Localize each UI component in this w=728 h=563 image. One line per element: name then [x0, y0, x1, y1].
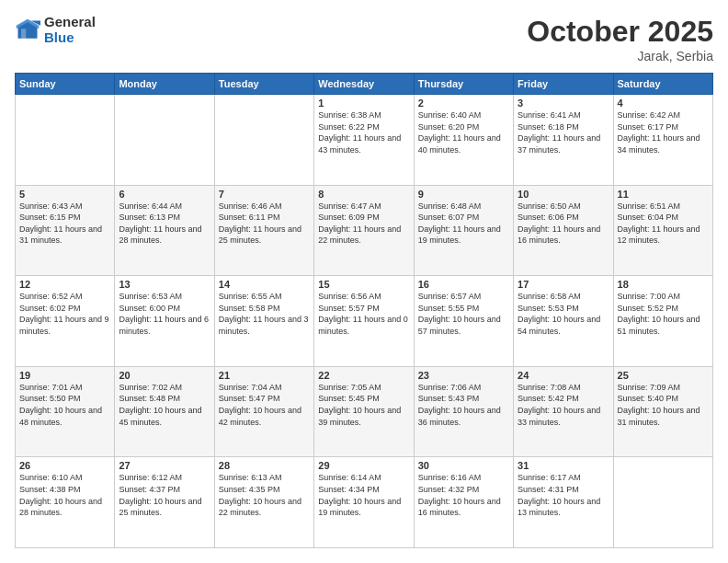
calendar-header: Sunday Monday Tuesday Wednesday Thursday… [16, 74, 713, 95]
sunrise-text: Sunrise: 6:57 AM [418, 292, 482, 301]
logo-blue: Blue [44, 30, 96, 46]
day-cell-0-2 [214, 95, 313, 186]
friday-header: Friday [514, 74, 613, 95]
sunday-header: Sunday [16, 74, 115, 95]
day-number: 25 [618, 370, 709, 381]
day-cell-3-6: 25 Sunrise: 7:09 AM Sunset: 5:40 PM Dayl… [613, 366, 712, 457]
day-number: 29 [318, 460, 409, 471]
sunrise-text: Sunrise: 6:12 AM [119, 473, 182, 482]
sunrise-text: Sunrise: 6:43 AM [19, 201, 83, 211]
day-number: 17 [518, 279, 609, 290]
daylight-text: Daylight: 10 hours and 33 minutes. [518, 406, 600, 427]
day-info: Sunrise: 6:14 AM Sunset: 4:34 PM Dayligh… [318, 472, 409, 518]
day-cell-4-5: 31 Sunrise: 6:17 AM Sunset: 4:31 PM Dayl… [514, 457, 613, 548]
sunrise-text: Sunrise: 7:04 AM [219, 383, 282, 392]
day-number: 28 [219, 460, 310, 471]
daylight-text: Daylight: 10 hours and 31 minutes. [618, 406, 700, 427]
day-number: 13 [119, 279, 210, 290]
day-number: 18 [618, 279, 709, 290]
day-cell-2-3: 15 Sunrise: 6:56 AM Sunset: 5:57 PM Dayl… [314, 276, 414, 367]
day-number: 6 [119, 189, 210, 200]
day-cell-4-6 [613, 457, 712, 548]
sunset-text: Sunset: 6:02 PM [19, 304, 81, 313]
day-number: 30 [418, 460, 509, 471]
day-cell-3-1: 20 Sunrise: 7:02 AM Sunset: 5:48 PM Dayl… [115, 366, 214, 457]
sunset-text: Sunset: 6:20 PM [418, 122, 480, 132]
day-number: 19 [19, 370, 110, 381]
sunset-text: Sunset: 5:55 PM [418, 304, 480, 313]
daylight-text: Daylight: 10 hours and 57 minutes. [418, 315, 501, 336]
day-cell-0-1 [115, 95, 214, 186]
sunset-text: Sunset: 6:00 PM [119, 304, 180, 313]
day-cell-2-0: 12 Sunrise: 6:52 AM Sunset: 6:02 PM Dayl… [16, 276, 115, 367]
title-block: October 2025 Jarak, Serbia [527, 15, 713, 63]
svg-rect-2 [21, 29, 26, 39]
logo-icon [15, 17, 40, 43]
week-row-2: 12 Sunrise: 6:52 AM Sunset: 6:02 PM Dayl… [16, 276, 713, 367]
day-info: Sunrise: 7:09 AM Sunset: 5:40 PM Dayligh… [618, 382, 709, 428]
daylight-text: Daylight: 11 hours and 19 minutes. [418, 224, 501, 246]
header: General Blue October 2025 Jarak, Serbia [15, 15, 713, 63]
daylight-text: Daylight: 10 hours and 42 minutes. [219, 406, 301, 427]
day-number: 23 [418, 370, 509, 381]
sunrise-text: Sunrise: 7:02 AM [119, 383, 182, 392]
daylight-text: Daylight: 11 hours and 34 minutes. [618, 133, 700, 155]
day-cell-1-3: 8 Sunrise: 6:47 AM Sunset: 6:09 PM Dayli… [314, 185, 414, 276]
sunrise-text: Sunrise: 7:06 AM [418, 383, 482, 392]
sunset-text: Sunset: 5:45 PM [318, 394, 380, 403]
sunrise-text: Sunrise: 6:52 AM [19, 292, 83, 301]
sunrise-text: Sunrise: 7:01 AM [19, 383, 83, 392]
day-info: Sunrise: 6:40 AM Sunset: 6:20 PM Dayligh… [418, 109, 509, 155]
sunrise-text: Sunrise: 6:40 AM [418, 110, 482, 120]
sunset-text: Sunset: 4:31 PM [518, 485, 579, 494]
day-number: 4 [618, 98, 709, 109]
sunrise-text: Sunrise: 6:44 AM [119, 201, 182, 211]
sunrise-text: Sunrise: 6:55 AM [219, 292, 282, 301]
sunset-text: Sunset: 6:15 PM [19, 213, 81, 222]
daylight-text: Daylight: 10 hours and 19 minutes. [318, 497, 401, 518]
sunrise-text: Sunrise: 6:41 AM [518, 110, 581, 120]
day-cell-0-0 [16, 95, 115, 186]
logo: General Blue [15, 15, 96, 45]
day-number: 11 [618, 189, 709, 200]
sunset-text: Sunset: 4:37 PM [119, 485, 180, 494]
sunrise-text: Sunrise: 6:56 AM [318, 292, 381, 301]
sunset-text: Sunset: 4:34 PM [318, 485, 380, 494]
day-cell-0-6: 4 Sunrise: 6:42 AM Sunset: 6:17 PM Dayli… [613, 95, 712, 186]
day-cell-1-1: 6 Sunrise: 6:44 AM Sunset: 6:13 PM Dayli… [115, 185, 214, 276]
sunrise-text: Sunrise: 6:38 AM [318, 110, 381, 120]
day-number: 21 [219, 370, 310, 381]
day-info: Sunrise: 6:48 AM Sunset: 6:07 PM Dayligh… [418, 201, 509, 247]
sunset-text: Sunset: 6:13 PM [119, 213, 180, 222]
day-cell-1-6: 11 Sunrise: 6:51 AM Sunset: 6:04 PM Dayl… [613, 185, 712, 276]
day-number: 9 [418, 189, 509, 200]
daylight-text: Daylight: 11 hours and 28 minutes. [119, 224, 201, 246]
calendar-body: 1 Sunrise: 6:38 AM Sunset: 6:22 PM Dayli… [16, 95, 713, 548]
day-number: 8 [318, 189, 409, 200]
daylight-text: Daylight: 10 hours and 36 minutes. [418, 406, 501, 427]
sunset-text: Sunset: 6:17 PM [618, 122, 679, 132]
daylight-text: Daylight: 10 hours and 54 minutes. [518, 315, 600, 336]
day-cell-4-4: 30 Sunrise: 6:16 AM Sunset: 4:32 PM Dayl… [414, 457, 513, 548]
sunrise-text: Sunrise: 7:09 AM [618, 383, 681, 392]
day-cell-4-0: 26 Sunrise: 6:10 AM Sunset: 4:38 PM Dayl… [16, 457, 115, 548]
day-info: Sunrise: 6:55 AM Sunset: 5:58 PM Dayligh… [219, 291, 310, 337]
sunset-text: Sunset: 5:42 PM [518, 394, 579, 403]
daylight-text: Daylight: 11 hours and 0 minutes. [318, 315, 408, 336]
sunrise-text: Sunrise: 6:10 AM [19, 473, 83, 482]
daylight-text: Daylight: 11 hours and 43 minutes. [318, 133, 401, 155]
sunset-text: Sunset: 6:06 PM [518, 213, 579, 222]
day-number: 27 [119, 460, 210, 471]
day-cell-1-0: 5 Sunrise: 6:43 AM Sunset: 6:15 PM Dayli… [16, 185, 115, 276]
location: Jarak, Serbia [527, 49, 713, 63]
day-info: Sunrise: 7:04 AM Sunset: 5:47 PM Dayligh… [219, 382, 310, 428]
daylight-text: Daylight: 11 hours and 9 minutes. [19, 315, 109, 336]
sunrise-text: Sunrise: 6:13 AM [219, 473, 282, 482]
day-cell-4-2: 28 Sunrise: 6:13 AM Sunset: 4:35 PM Dayl… [214, 457, 313, 548]
sunset-text: Sunset: 6:11 PM [219, 213, 280, 222]
sunset-text: Sunset: 4:38 PM [19, 485, 81, 494]
daylight-text: Daylight: 10 hours and 48 minutes. [19, 406, 102, 427]
day-cell-3-2: 21 Sunrise: 7:04 AM Sunset: 5:47 PM Dayl… [214, 366, 313, 457]
day-info: Sunrise: 7:00 AM Sunset: 5:52 PM Dayligh… [618, 291, 709, 337]
sunrise-text: Sunrise: 6:50 AM [518, 201, 581, 211]
